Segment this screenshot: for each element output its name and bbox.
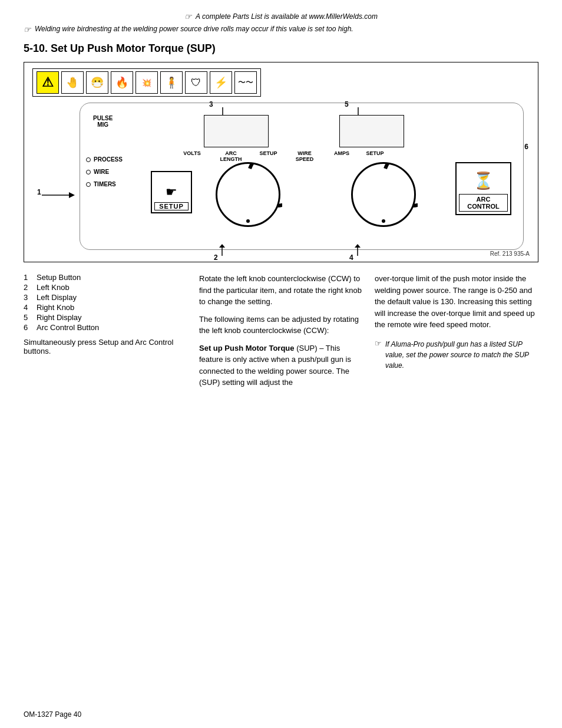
col-label-arc-length: ARC LENGTH [210, 150, 252, 162]
safety-icon-person: 🧍 [160, 71, 183, 94]
col-label-volts: VOLTS [174, 150, 210, 162]
instruction-p2: The following items can be adjusted by r… [199, 314, 363, 337]
safety-icon-face: 😷 [86, 71, 108, 94]
timers-dot [86, 182, 91, 187]
hand-icon: ☛ [166, 185, 177, 200]
num-label-1: 1 [37, 188, 41, 196]
list-item-5: 5 Right Display [24, 313, 187, 322]
left-knob[interactable] [216, 162, 280, 227]
note-icon: ☞ [184, 12, 192, 21]
list-label-2: Left Knob [37, 283, 70, 292]
safety-icon-shield: 🛡 [185, 71, 207, 94]
italic-note: If Aluma-Pro push/pull gun has a listed … [385, 339, 538, 371]
diagram-box: ⚠ 🤚 😷 🔥 💥 🧍 🛡 ⚡ 〜〜 3 5 [24, 62, 538, 262]
col-label-setup2: SETUP [359, 150, 391, 162]
side-labels: PROCESS WIRE TIMERS [86, 156, 123, 187]
safety-icon-warning: ⚠ [37, 71, 59, 94]
svg-marker-5 [69, 192, 75, 198]
panel-diagram: PULSE MIG VOLTS ARC LENGTH SETUP WIRE SP… [80, 103, 524, 250]
pulse-mig-label: PULSE MIG [93, 115, 113, 128]
list-num-6: 6 [24, 323, 32, 332]
list-num-2: 2 [24, 283, 32, 292]
simultaneously-note: Simultaneously press Setup and Arc Contr… [24, 338, 177, 355]
list-label-6: Arc Control Button [37, 323, 99, 332]
instruction-p3: Set up Push Motor Torque (SUP) – This fe… [199, 342, 363, 388]
arc-control-button[interactable]: ⏳ ARC CONTROL [455, 162, 511, 215]
warning-note: ☞ Welding wire birdnesting at the weldin… [24, 25, 538, 34]
num-label-2: 2 [214, 253, 218, 262]
arc-control-label: ARC CONTROL [459, 194, 508, 212]
list-label-3: Left Display [37, 293, 77, 302]
parts-list: 1 Setup Button 2 Left Knob 3 Left Displa… [24, 273, 187, 332]
safety-icon-fire: 🔥 [111, 71, 133, 94]
instructions-column-3: over-torque limit of the push motor insi… [375, 273, 538, 388]
list-label-1: Setup Button [37, 273, 81, 282]
sup-bold: Set up Push Motor Torque [199, 344, 295, 353]
instructions-column: Rotate the left knob counterclockwise (C… [199, 273, 363, 388]
warning-note-icon: ☞ [24, 25, 31, 34]
list-num-1: 1 [24, 273, 32, 282]
list-label-4: Right Knob [37, 303, 74, 312]
num-label-6: 6 [524, 143, 528, 151]
num-label-4: 4 [349, 253, 353, 262]
col-label-setup1: SETUP [252, 150, 285, 162]
process-label: PROCESS [86, 156, 123, 163]
list-item-6: 6 Arc Control Button [24, 323, 187, 332]
list-num-3: 3 [24, 293, 32, 302]
list-item-3: 3 Left Display [24, 293, 187, 302]
list-item-1: 1 Setup Button [24, 273, 187, 282]
setup-button[interactable]: ☛ SETUP [151, 171, 192, 213]
right-knob[interactable] [351, 162, 416, 227]
safety-icons-row: ⚠ 🤚 😷 🔥 💥 🧍 🛡 ⚡ 〜〜 [32, 68, 261, 97]
instruction-p1: Rotate the left knob counterclockwise (C… [199, 273, 363, 308]
setup-button-label: SETUP [154, 202, 189, 210]
safety-icon-explosion: 💥 [135, 71, 158, 94]
col-label-wire-speed: WIRE SPEED [285, 150, 325, 162]
list-item-2: 2 Left Knob [24, 283, 187, 292]
safety-icon-electrical: ⚡ [210, 71, 232, 94]
wire-dot [86, 170, 91, 174]
list-num-4: 4 [24, 303, 32, 312]
right-display [339, 115, 404, 147]
process-dot [86, 157, 91, 162]
safety-icon-hand: 🤚 [61, 71, 84, 94]
list-item-4: 4 Right Knob [24, 303, 187, 312]
list-num-5: 5 [24, 313, 32, 322]
italic-note-wrapper: ☞ If Aluma-Pro push/pull gun has a liste… [375, 339, 538, 371]
col3-p1: over-torque limit of the push motor insi… [375, 273, 538, 331]
sup-label: (SUP) [296, 344, 317, 353]
ref-label: Ref. 213 935-A [490, 251, 530, 257]
left-display [204, 115, 269, 147]
page-footer: OM-1327 Page 40 [24, 710, 81, 719]
italic-note-icon: ☞ [375, 339, 382, 348]
timers-label: TIMERS [86, 181, 123, 187]
safety-icon-wave: 〜〜 [234, 71, 257, 94]
section-title: 5-10. Set Up Push Motor Torque (SUP) [24, 42, 538, 55]
top-note: ☞ A complete Parts List is available at … [24, 12, 538, 21]
notes-grid: 1 Setup Button 2 Left Knob 3 Left Displa… [24, 273, 538, 388]
wire-label: WIRE [86, 169, 123, 175]
hourglass-icon: ⏳ [473, 171, 494, 190]
parts-list-column: 1 Setup Button 2 Left Knob 3 Left Displa… [24, 273, 187, 388]
list-label-5: Right Display [37, 313, 82, 322]
col-label-amps: AMPS [325, 150, 359, 162]
